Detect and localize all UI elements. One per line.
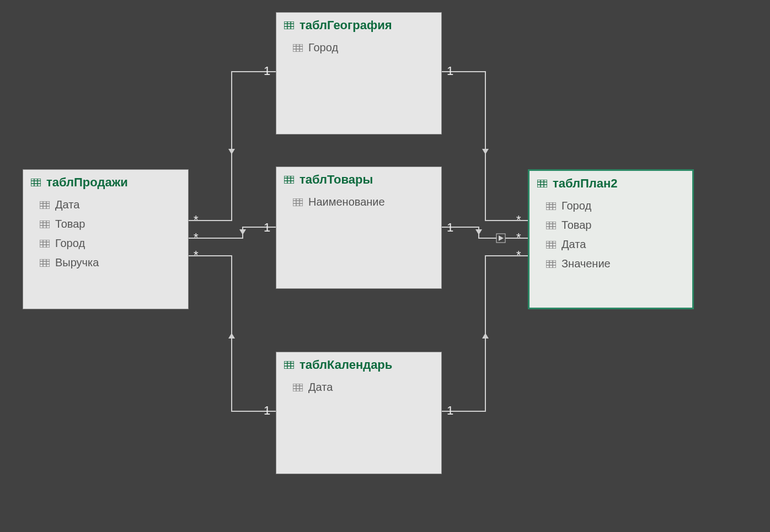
table-icon	[40, 240, 50, 248]
svg-rect-58	[293, 384, 303, 391]
field-item[interactable]: Город	[546, 196, 685, 216]
field-label: Наименование	[308, 196, 385, 208]
field-label: Товар	[55, 218, 85, 230]
table-icon	[284, 361, 294, 369]
table-icon	[40, 201, 50, 209]
cardinality-one: 1	[447, 221, 453, 235]
svg-marker-2	[228, 333, 235, 338]
entity-title: таблКалендарь	[300, 358, 392, 372]
table-icon	[293, 44, 303, 52]
entity-header: таблПродажи	[23, 170, 188, 193]
field-item[interactable]: Дата	[546, 235, 685, 254]
cardinality-many: *	[194, 230, 199, 245]
entity-title: таблПродажи	[46, 175, 128, 190]
svg-rect-43	[284, 176, 294, 184]
cardinality-many: *	[516, 248, 521, 262]
table-icon	[546, 222, 556, 229]
table-icon	[537, 180, 547, 187]
table-icon	[293, 198, 303, 206]
entity-title: таблТовары	[300, 173, 373, 187]
field-item[interactable]: Город	[40, 234, 180, 253]
cardinality-one: 1	[264, 64, 270, 78]
table-icon	[40, 221, 50, 228]
field-label: Товар	[562, 219, 591, 232]
entity-title: таблПлан2	[553, 176, 618, 191]
cardinality-many: *	[516, 213, 521, 227]
cardinality-one: 1	[264, 221, 270, 235]
cardinality-one: 1	[447, 404, 453, 418]
field-label: Значение	[562, 257, 611, 270]
field-label: Дата	[308, 381, 333, 394]
field-label: Дата	[55, 198, 79, 211]
field-item[interactable]: Дата	[40, 195, 180, 214]
svg-rect-83	[546, 260, 556, 268]
entity-geography[interactable]: таблГеография Город	[276, 12, 442, 135]
svg-rect-78	[546, 241, 556, 249]
svg-marker-1	[239, 229, 246, 235]
field-item[interactable]: Город	[293, 38, 434, 57]
svg-rect-53	[284, 361, 294, 369]
svg-rect-28	[40, 259, 50, 267]
field-item[interactable]: Товар	[546, 216, 685, 235]
entity-header: таблГеография	[276, 13, 441, 36]
field-item[interactable]: Дата	[293, 378, 434, 397]
field-label: Город	[308, 41, 338, 54]
table-icon	[546, 241, 556, 249]
field-label: Город	[562, 200, 591, 212]
cardinality-many: *	[516, 230, 521, 245]
entity-products[interactable]: таблТовары Наименование	[276, 166, 442, 289]
entity-header: таблТовары	[276, 167, 441, 190]
svg-marker-0	[228, 149, 235, 154]
svg-rect-23	[40, 240, 50, 248]
svg-marker-3	[482, 149, 489, 154]
field-label: Город	[55, 237, 85, 250]
table-icon	[546, 260, 556, 268]
entity-calendar[interactable]: таблКалендарь Дата	[276, 352, 442, 474]
svg-rect-18	[40, 221, 50, 228]
entity-sales[interactable]: таблПродажи Дата Товар Город Выручка	[23, 169, 189, 309]
table-icon	[284, 176, 294, 184]
cardinality-many: *	[194, 248, 199, 262]
field-item[interactable]: Товар	[40, 214, 180, 234]
cardinality-many: *	[194, 213, 199, 227]
svg-rect-13	[40, 201, 50, 209]
field-item[interactable]: Значение	[546, 254, 685, 273]
cardinality-one: 1	[264, 404, 270, 418]
field-label: Дата	[562, 238, 586, 251]
svg-marker-7	[482, 333, 489, 338]
svg-rect-68	[546, 202, 556, 210]
entity-title: таблГеография	[300, 18, 392, 33]
svg-rect-38	[293, 44, 303, 52]
svg-rect-73	[546, 222, 556, 229]
table-icon	[40, 259, 50, 267]
table-icon	[293, 384, 303, 391]
table-icon	[284, 22, 294, 29]
svg-rect-63	[537, 180, 547, 187]
table-icon	[31, 179, 41, 186]
entity-plan[interactable]: таблПлан2 Город Товар Дата Значение	[528, 169, 694, 309]
svg-rect-8	[31, 179, 41, 186]
entity-header: таблПлан2	[530, 171, 692, 194]
field-item[interactable]: Выручка	[40, 253, 180, 272]
field-item[interactable]: Наименование	[293, 192, 434, 212]
entity-header: таблКалендарь	[276, 352, 441, 375]
field-label: Выручка	[55, 256, 99, 269]
svg-rect-33	[284, 22, 294, 29]
svg-rect-5	[496, 234, 505, 243]
table-icon	[546, 202, 556, 210]
diagram-canvas[interactable]: 1 1 1 * * * 1 1 1 * * * таблПродажи Дата…	[0, 0, 770, 532]
cardinality-one: 1	[447, 64, 453, 78]
svg-marker-6	[499, 235, 504, 241]
svg-rect-48	[293, 198, 303, 206]
svg-marker-4	[475, 229, 482, 235]
